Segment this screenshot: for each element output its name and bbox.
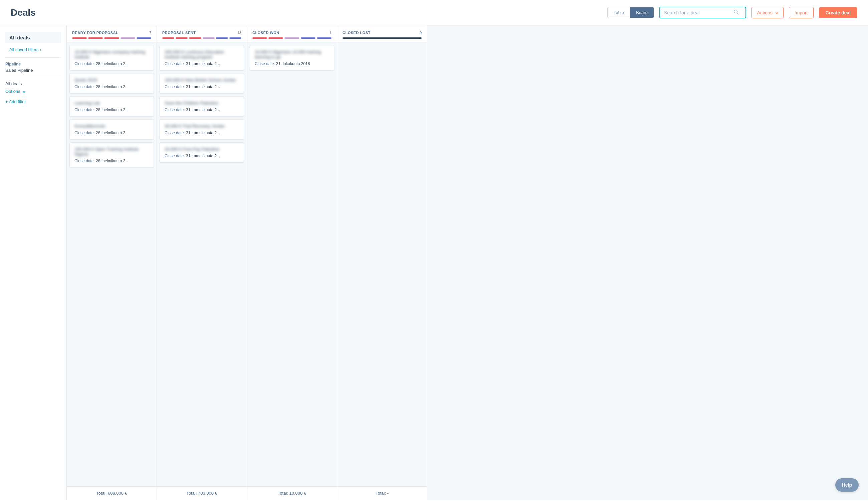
column-title-closed-lost: CLOSED LOST: [343, 31, 371, 35]
deal-name: 150.000 € Open Training Institute Nigeri…: [74, 147, 149, 157]
deal-close-date: Close date: 31. lokakuuta 2018: [255, 62, 329, 66]
column-proposal-sent: PROPOSAL SENT13200.000 € Luminous Educat…: [157, 25, 247, 500]
column-count-proposal-sent: 13: [237, 31, 241, 35]
deal-close-date: Close date: 31. tammikuuta 2...: [165, 62, 239, 66]
deal-card[interactable]: 30.000 € Trial Recovery JordanClose date…: [160, 119, 244, 140]
actions-button[interactable]: Actions: [751, 7, 783, 18]
chevron-down-icon: [775, 11, 778, 14]
color-bar: [216, 38, 228, 39]
deal-card[interactable]: 150.000 € New British School JordanClose…: [160, 73, 244, 94]
page-header: Deals Table Board Actions Import Create …: [0, 0, 868, 25]
add-filter-button[interactable]: + Add filter: [6, 99, 61, 104]
column-closed-won: CLOSED WON110.000 € Nigerians 10.000 tra…: [247, 25, 337, 500]
column-header-closed-lost: CLOSED LOST0: [337, 25, 427, 42]
deal-name: 20.000 € Fora Pay Palestine: [165, 147, 239, 152]
help-button[interactable]: Help: [835, 478, 859, 492]
search-input[interactable]: [664, 10, 731, 15]
deal-name: 30.000 € Trial Recovery Jordan: [165, 124, 239, 129]
color-bar: [137, 38, 151, 39]
color-bar: [104, 38, 119, 39]
color-bar: [203, 38, 215, 39]
deal-card[interactable]: 10.000 € Nigerians 10.000 training learn…: [250, 45, 334, 71]
pipeline-label: Pipeline: [6, 62, 61, 66]
color-bar: [284, 38, 299, 39]
color-bar: [301, 38, 315, 39]
color-bar: [268, 38, 283, 39]
column-total-closed-won: Total: 10.000 €: [247, 486, 337, 500]
deal-name: 200.000 € Luminous Education Institute t…: [165, 50, 239, 60]
column-title-proposal-sent: PROPOSAL SENT: [162, 31, 196, 35]
deal-close-date: Close date: 28. helmikuuta 2...: [74, 159, 149, 163]
color-bar: [120, 38, 135, 39]
column-count-ready-for-proposal: 7: [149, 31, 151, 35]
column-cards-ready-for-proposal: 10.000 € Nigerians company training inst…: [67, 42, 156, 486]
deal-close-date: Close date: 31. tammikuuta 2...: [165, 154, 239, 158]
column-total-proposal-sent: Total: 703.000 €: [157, 486, 247, 500]
deal-card[interactable]: Learning LabClose date: 28. helmikuuta 2…: [69, 96, 154, 117]
deal-name: 10.000 € Nigerians company training inst…: [74, 50, 149, 60]
deal-close-date: Close date: 31. tammikuuta 2...: [165, 85, 239, 89]
column-count-closed-lost: 0: [420, 31, 422, 35]
search-box: [659, 7, 746, 18]
color-bar: [252, 38, 267, 39]
color-bars-closed-lost: [343, 38, 422, 39]
search-icon: [734, 9, 739, 16]
deal-close-date: Close date: 28. helmikuuta 2...: [74, 85, 149, 89]
color-bar: [229, 38, 241, 39]
color-bar: [343, 38, 422, 39]
deal-close-date: Close date: 31. tammikuuta 2...: [165, 131, 239, 135]
deal-card[interactable]: 10.000 € Nigerians company training inst…: [69, 45, 154, 71]
sidebar-all-deals-2: All deals: [6, 81, 61, 86]
column-title-ready-for-proposal: READY FOR PROPOSAL: [72, 31, 118, 35]
deal-close-date: Close date: 31. tammikuuta 2...: [165, 108, 239, 112]
board-view-button[interactable]: Board: [630, 7, 654, 18]
sidebar: All deals All saved filters › Pipeline S…: [0, 25, 67, 500]
deal-card[interactable]: 20.000 € Fora Pay PalestineClose date: 3…: [160, 142, 244, 163]
deal-close-date: Close date: 28. helmikuuta 2...: [74, 62, 149, 66]
column-ready-for-proposal: READY FOR PROPOSAL710.000 € Nigerians co…: [67, 25, 157, 500]
column-header-proposal-sent: PROPOSAL SENT13: [157, 25, 247, 42]
create-deal-button[interactable]: Create deal: [819, 7, 857, 18]
column-title-closed-won: CLOSED WON: [252, 31, 280, 35]
column-closed-lost: CLOSED LOST0Total: -: [337, 25, 427, 500]
column-cards-closed-lost: [337, 42, 427, 486]
deal-close-date: Close date: 28. helmikuuta 2...: [74, 131, 149, 135]
deal-name: Konsulttikomoto: [74, 124, 149, 129]
deal-name: 150.000 € New British School Jordan: [165, 77, 239, 83]
column-total-closed-lost: Total: -: [337, 486, 427, 500]
deal-card[interactable]: 150.000 € Open Training Institute Nigeri…: [69, 142, 154, 168]
column-header-ready-for-proposal: READY FOR PROPOSAL7: [67, 25, 156, 42]
page-title: Deals: [11, 7, 36, 18]
color-bar: [317, 38, 332, 39]
color-bar: [88, 38, 103, 39]
deals-board: READY FOR PROPOSAL710.000 € Nigerians co…: [67, 25, 868, 500]
options-button[interactable]: Options: [6, 89, 61, 94]
deal-card[interactable]: Save the Children PalestineClose date: 3…: [160, 96, 244, 117]
color-bar: [72, 38, 87, 39]
deal-name: Save the Children Palestine: [165, 100, 239, 106]
table-view-button[interactable]: Table: [608, 7, 630, 18]
import-button[interactable]: Import: [789, 7, 814, 18]
color-bars-proposal-sent: [162, 38, 241, 39]
sidebar-item-all-deals[interactable]: All deals: [6, 32, 61, 43]
sidebar-divider-2: [6, 77, 61, 77]
deal-close-date: Close date: 28. helmikuuta 2...: [74, 108, 149, 112]
deal-card[interactable]: Quote 2019Close date: 28. helmikuuta 2..…: [69, 73, 154, 94]
column-header-closed-won: CLOSED WON1: [247, 25, 337, 42]
color-bar: [176, 38, 188, 39]
column-cards-closed-won: 10.000 € Nigerians 10.000 training learn…: [247, 42, 337, 486]
deal-card[interactable]: 200.000 € Luminous Education Institute t…: [160, 45, 244, 71]
deal-name: 10.000 € Nigerians 10.000 training learn…: [255, 50, 329, 60]
deal-name: Quote 2019: [74, 77, 149, 83]
color-bar: [189, 38, 201, 39]
view-toggle: Table Board: [607, 7, 654, 18]
sidebar-saved-filters[interactable]: All saved filters ›: [6, 47, 61, 52]
column-count-closed-won: 1: [329, 31, 332, 35]
deal-card[interactable]: KonsulttikomotoClose date: 28. helmikuut…: [69, 119, 154, 140]
color-bars-closed-won: [252, 38, 332, 39]
svg-line-1: [737, 13, 738, 14]
column-total-ready-for-proposal: Total: 608.000 €: [67, 486, 156, 500]
main-content: All deals All saved filters › Pipeline S…: [0, 25, 868, 500]
color-bars-ready-for-proposal: [72, 38, 151, 39]
chevron-down-icon-options: [23, 90, 25, 93]
